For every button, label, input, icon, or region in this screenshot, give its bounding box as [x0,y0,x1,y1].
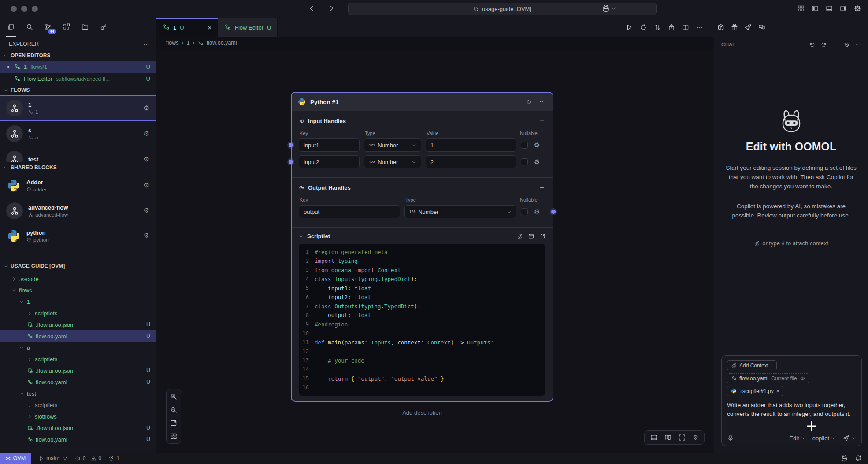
gear-icon[interactable] [854,5,861,12]
flow-item-1[interactable]: 11⚙ [0,95,156,121]
panel-left-icon[interactable] [812,5,819,12]
back-icon[interactable] [308,5,315,12]
code-line[interactable]: 2import typing [299,257,545,266]
window-controls[interactable] [11,6,38,12]
chat-history-icon[interactable] [844,42,849,48]
gear-icon[interactable]: ⚙ [534,209,540,215]
tab-1[interactable]: 1U× [156,18,218,37]
value-input[interactable]: 2 [426,155,516,168]
code-line[interactable]: 6 input2: float [299,293,545,302]
activity-key[interactable] [99,18,108,37]
close-window-button[interactable] [11,6,17,12]
gear-icon[interactable]: ⚙ [534,142,540,149]
oomol-status-icon[interactable] [841,455,848,462]
tree-item-test[interactable]: test [0,388,156,399]
nullable-checkbox[interactable] [521,158,528,165]
tree-item-scriptlets[interactable]: scriptlets [0,307,156,319]
mode-select[interactable]: Edit [789,435,805,442]
close-tab-icon[interactable]: × [208,24,211,31]
chat-plus-icon[interactable] [832,42,838,48]
node-more-icon[interactable] [539,98,546,105]
flow-canvas[interactable]: Python #1 Input Handles ＋ KeyTypeValueNu… [156,49,714,453]
open-editor-item[interactable]: ×1flows/1U [0,61,156,73]
tab-flow-editor[interactable]: Flow EditorU [218,18,278,37]
explorer-more-icon[interactable]: ⋯ [144,41,150,48]
table-icon[interactable] [528,233,534,239]
type-select[interactable]: 123Number [404,205,516,218]
code-line[interactable]: 13 # your code [299,356,545,365]
mic-icon[interactable] [727,434,734,442]
add-output-icon[interactable]: ＋ [538,183,545,192]
gear-icon[interactable]: ⚙ [534,159,540,165]
package-icon[interactable] [717,24,724,31]
chat-undo-icon[interactable] [809,42,815,48]
fit-view-icon[interactable] [170,419,177,427]
chat-redo-icon[interactable] [821,42,827,48]
maximize-window-button[interactable] [32,6,38,12]
value-input[interactable]: 1 [426,138,516,152]
remove-chip-icon[interactable]: × [776,388,780,394]
breadcrumb-item[interactable]: 1 [187,40,190,46]
nullable-checkbox[interactable] [521,208,528,215]
run-node-icon[interactable] [527,99,532,105]
sync-icon[interactable] [654,24,661,31]
tree-item-a[interactable]: a [0,342,156,353]
code-line[interactable]: 5 input1: float [299,284,545,293]
code-line[interactable]: 7class Outputs(typing.TypedDict): [299,302,545,311]
key-input[interactable]: input2 [299,155,360,168]
code-line[interactable]: 1#region generated meta [299,247,545,257]
remote-indicator[interactable]: >< OVM [0,453,31,464]
activity-extensions[interactable] [62,18,71,37]
section-open-editors[interactable]: OPEN EDITORS [0,50,156,61]
chat-bubbles-icon[interactable] [758,24,765,31]
forward-icon[interactable] [328,5,335,12]
tree-item-flow.oo.yaml[interactable]: flow.oo.yamlU [0,330,156,342]
node-header[interactable]: Python #1 [292,93,553,111]
close-editor-icon[interactable]: × [4,64,11,71]
shared-block-advanced-flow[interactable]: advanced-flowadvanced-flow⚙ [0,198,156,223]
code-line[interactable]: 3from oocana import Context [299,266,545,275]
gear-icon[interactable]: ⚙ [693,434,698,441]
code-editor[interactable]: 1#region generated meta2import typing3fr… [299,244,545,396]
rocket-icon[interactable] [745,24,752,31]
add-description-button[interactable]: Add description [291,409,553,416]
code-line[interactable]: 15 return { "output": "output_value" } [299,374,545,383]
activity-search[interactable] [25,18,34,37]
gear-icon[interactable]: ⚙ [144,105,149,112]
code-line[interactable]: 4class Inputs(typing.TypedDict): [299,275,545,284]
chat-more-icon[interactable] [855,42,861,48]
key-input[interactable]: input1 [299,138,360,152]
code-line[interactable]: 10 [299,329,545,338]
input-connection-dot[interactable] [289,160,293,164]
tree-item-slotflows[interactable]: slotflows [0,411,156,422]
breadcrumb-item[interactable]: flows [166,40,178,46]
tree-item-.vscode[interactable]: .vscode [0,273,156,284]
activity-source-control[interactable]: 44 [43,18,53,37]
chat-input-box[interactable]: Add Context...flow.oo.yamlCurrent file+s… [721,355,862,446]
context-chip[interactable]: +scriptlet#1.py× [727,386,783,396]
tree-item-flows[interactable]: flows [0,284,156,296]
play-icon[interactable] [626,24,633,31]
restart-icon[interactable] [640,24,647,31]
code-line[interactable]: 11def main(params: Inputs, context: Cont… [299,338,545,347]
model-select[interactable]: oopilot [812,435,836,442]
code-line[interactable]: 14 [299,365,545,374]
context-chip[interactable]: Add Context... [727,360,777,370]
tree-item-flow.oo.yaml[interactable]: flow.oo.yamlU [0,376,156,388]
split-editor-icon[interactable] [682,24,689,31]
tree-item-scriptlets[interactable]: scriptlets [0,399,156,411]
ports-status[interactable]: 1 [108,455,119,461]
zoom-in-icon[interactable] [170,393,177,400]
section-shared-blocks[interactable]: SHARED BLOCKS [0,162,156,173]
send-button[interactable] [842,434,856,442]
code-line[interactable]: 8 output: float [299,311,545,320]
more-icon[interactable] [696,24,703,31]
output-connection-dot[interactable] [551,210,556,214]
problems-status[interactable]: 0 0 [75,455,101,461]
flow-item-s[interactable]: sa⚙ [0,121,156,146]
bell-icon[interactable] [855,455,862,462]
gear-icon[interactable]: ⚙ [144,207,149,214]
gear-icon[interactable]: ⚙ [144,182,149,189]
context-chip[interactable]: flow.oo.yamlCurrent file [727,373,809,383]
shared-block-python[interactable]: pythonpython⚙ [0,223,156,248]
